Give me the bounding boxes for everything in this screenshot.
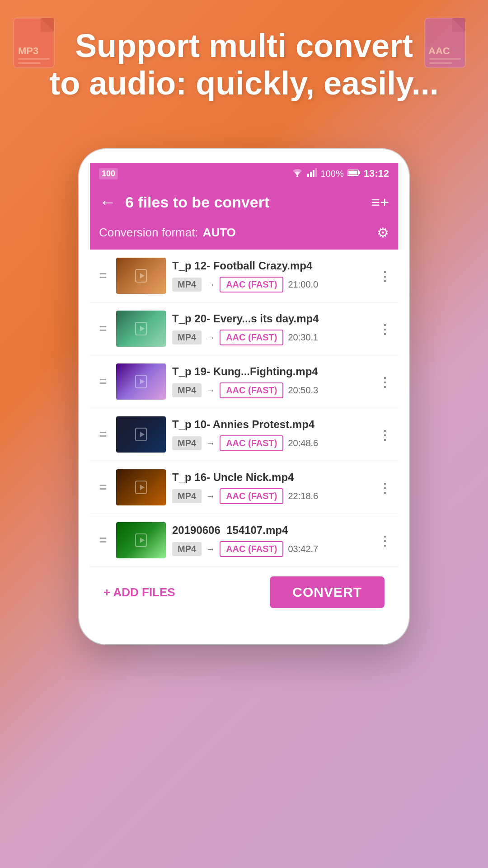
format-label-group: Conversion format: AUTO — [99, 226, 236, 240]
file-duration: 20:48.6 — [288, 438, 318, 448]
format-from-badge: MP4 — [172, 383, 202, 397]
list-item: = T_p 20- Every...s its day.mp4 MP4 → AA… — [90, 302, 398, 355]
add-files-label: + ADD FILES — [103, 585, 175, 599]
conversion-format-label: Conversion format: — [99, 226, 198, 240]
file-info: 20190606_154107.mp4 MP4 → AAC (FAST) 03:… — [172, 524, 372, 557]
file-name: T_p 20- Every...s its day.mp4 — [172, 312, 372, 325]
conversion-format-value: AUTO — [203, 226, 236, 240]
convert-button[interactable]: CONVERT — [270, 576, 385, 608]
arrow-icon: → — [206, 491, 215, 501]
arrow-icon: → — [206, 332, 215, 343]
more-options-button[interactable]: ⋮ — [378, 533, 392, 548]
conversion-row: MP4 → AAC (FAST) 03:42.7 — [172, 541, 372, 557]
app-notification-icon: 100 — [99, 168, 118, 179]
drag-handle-icon: = — [96, 480, 110, 495]
file-info: T_p 19- Kung...Fighting.mp4 MP4 → AAC (F… — [172, 365, 372, 398]
file-duration: 22:18.6 — [288, 491, 318, 501]
status-right: 100% 13:12 — [291, 167, 389, 180]
svg-marker-31 — [140, 538, 145, 543]
format-from-badge: MP4 — [172, 278, 202, 292]
arrow-icon: → — [206, 544, 215, 554]
list-item: = T_p 10- Annies Protest.mp4 MP4 → AAC (… — [90, 408, 398, 461]
bottom-bar: + ADD FILES CONVERT — [90, 567, 398, 617]
status-left: 100 — [99, 168, 118, 179]
file-name: T_p 19- Kung...Fighting.mp4 — [172, 365, 372, 378]
more-options-button[interactable]: ⋮ — [378, 480, 392, 495]
conversion-row: MP4 → AAC (FAST) 21:00.0 — [172, 277, 372, 292]
svg-point-12 — [296, 175, 298, 177]
signal-icon — [307, 167, 317, 180]
svg-marker-21 — [140, 273, 145, 278]
more-options-button[interactable]: ⋮ — [378, 374, 392, 390]
file-info: T_p 10- Annies Protest.mp4 MP4 → AAC (FA… — [172, 418, 372, 451]
convert-label: CONVERT — [292, 585, 362, 599]
file-duration: 20:50.3 — [288, 385, 318, 396]
battery-icon — [347, 168, 360, 179]
conversion-row: MP4 → AAC (FAST) 20:50.3 — [172, 382, 372, 398]
format-from-badge: MP4 — [172, 542, 202, 556]
conversion-row: MP4 → AAC (FAST) 22:18.6 — [172, 488, 372, 504]
more-options-button[interactable]: ⋮ — [378, 427, 392, 443]
format-from-badge: MP4 — [172, 436, 202, 450]
add-files-button[interactable]: + ADD FILES — [103, 585, 175, 599]
file-name: T_p 16- Uncle Nick.mp4 — [172, 471, 372, 484]
format-to-badge: AAC (FAST) — [220, 488, 283, 504]
battery-percent: 100% — [321, 169, 344, 179]
back-button[interactable]: ← — [99, 193, 116, 212]
status-bar: 100 — [90, 163, 398, 184]
phone-frame: 100 — [79, 149, 409, 644]
more-options-button[interactable]: ⋮ — [378, 321, 392, 337]
list-item: = T_p 12- Football Crazy.mp4 MP4 → AAC (… — [90, 250, 398, 302]
page-title: 6 files to be convert — [125, 193, 371, 211]
format-from-badge: MP4 — [172, 330, 202, 344]
file-duration: 03:42.7 — [288, 544, 318, 554]
file-name: 20190606_154107.mp4 — [172, 524, 372, 537]
wifi-icon — [291, 167, 304, 180]
svg-rect-16 — [315, 168, 317, 177]
hero-title: Support multi convert to audio: quickly,… — [14, 27, 474, 102]
add-list-button[interactable]: ≡+ — [371, 193, 389, 211]
list-item: = T_p 19- Kung...Fighting.mp4 MP4 → AAC … — [90, 355, 398, 408]
file-name: T_p 10- Annies Protest.mp4 — [172, 418, 372, 431]
svg-rect-13 — [307, 174, 309, 177]
file-info: T_p 16- Uncle Nick.mp4 MP4 → AAC (FAST) … — [172, 471, 372, 504]
format-from-badge: MP4 — [172, 489, 202, 503]
svg-marker-25 — [140, 379, 145, 384]
svg-rect-18 — [358, 171, 360, 174]
drag-handle-icon: = — [96, 533, 110, 547]
file-thumbnail — [116, 522, 166, 558]
list-item: = 20190606_154107.mp4 MP4 → AAC (FAST) 0… — [90, 514, 398, 567]
file-thumbnail — [116, 311, 166, 347]
drag-handle-icon: = — [96, 321, 110, 336]
time: 13:12 — [364, 168, 389, 179]
conversion-row: MP4 → AAC (FAST) 20:30.1 — [172, 330, 372, 345]
drag-handle-icon: = — [96, 427, 110, 442]
file-info: T_p 12- Football Crazy.mp4 MP4 → AAC (FA… — [172, 259, 372, 292]
arrow-icon: → — [206, 279, 215, 290]
file-thumbnail — [116, 416, 166, 453]
arrow-icon: → — [206, 385, 215, 396]
hero-section: Support multi convert to audio: quickly,… — [0, 27, 488, 102]
file-duration: 20:30.1 — [288, 332, 318, 343]
file-thumbnail — [116, 469, 166, 505]
format-to-badge: AAC (FAST) — [220, 382, 283, 398]
file-name: T_p 12- Football Crazy.mp4 — [172, 259, 372, 272]
drag-handle-icon: = — [96, 374, 110, 389]
format-to-badge: AAC (FAST) — [220, 541, 283, 557]
format-to-badge: AAC (FAST) — [220, 277, 283, 292]
file-duration: 21:00.0 — [288, 279, 318, 290]
format-to-badge: AAC (FAST) — [220, 330, 283, 345]
conversion-row: MP4 → AAC (FAST) 20:48.6 — [172, 435, 372, 451]
format-to-badge: AAC (FAST) — [220, 435, 283, 451]
svg-rect-19 — [348, 171, 357, 175]
list-item: = T_p 16- Uncle Nick.mp4 MP4 → AAC (FAST… — [90, 461, 398, 514]
svg-marker-29 — [140, 485, 145, 490]
file-info: T_p 20- Every...s its day.mp4 MP4 → AAC … — [172, 312, 372, 345]
drag-handle-icon: = — [96, 269, 110, 283]
file-list: = T_p 12- Football Crazy.mp4 MP4 → AAC (… — [90, 250, 398, 567]
svg-marker-27 — [140, 432, 145, 437]
svg-rect-15 — [313, 170, 314, 177]
settings-icon[interactable]: ⚙ — [377, 225, 389, 241]
arrow-icon: → — [206, 438, 215, 448]
more-options-button[interactable]: ⋮ — [378, 268, 392, 284]
